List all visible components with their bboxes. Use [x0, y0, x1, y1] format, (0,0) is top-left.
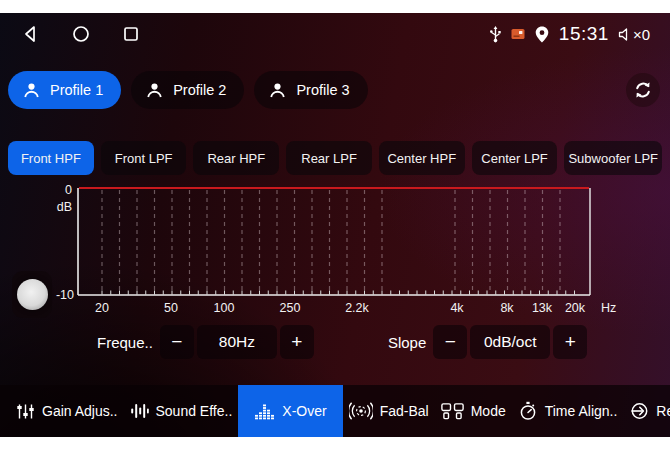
- x-tick-label: 20k: [565, 301, 586, 315]
- crossover-controls: Freque.. − 80Hz + Slope − 0dB/oct +: [0, 325, 670, 359]
- x-tick-label: 20: [95, 301, 109, 315]
- nav-item-time-align[interactable]: Time Align..: [512, 385, 624, 437]
- frequency-control: Freque.. − 80Hz +: [97, 325, 314, 359]
- frequency-increase-button[interactable]: +: [280, 325, 314, 359]
- y-tick-bottom: -10: [56, 288, 74, 302]
- x-tick-label: 4k: [450, 301, 464, 315]
- recents-button[interactable]: [120, 23, 142, 45]
- filter-tab-front-lpf[interactable]: Front LPF: [101, 141, 187, 175]
- gain-adjust-icon: [16, 403, 35, 420]
- knob-circle-icon: [17, 279, 48, 310]
- slope-decrease-button[interactable]: −: [433, 325, 467, 359]
- profile-tab-3[interactable]: Profile 3: [254, 71, 367, 109]
- xover-icon: [254, 402, 275, 420]
- axis-ticks: [102, 291, 575, 295]
- android-nav-cluster: [20, 23, 142, 45]
- x-tick-label: 8k: [500, 301, 514, 315]
- volume-level: ×0: [633, 26, 650, 43]
- back-icon: [21, 24, 41, 44]
- filter-tab-rear-hpf[interactable]: Rear HPF: [193, 141, 279, 175]
- gridlines: [102, 190, 560, 293]
- x-tick-label: 50: [164, 301, 178, 315]
- profile-tab-1[interactable]: Profile 1: [8, 71, 121, 109]
- nav-item-mode[interactable]: Mode: [435, 385, 512, 437]
- nav-item-fad-bal[interactable]: Fad-Bal: [343, 385, 435, 437]
- clock: 15:31: [559, 23, 609, 45]
- profile-icon: [22, 81, 41, 100]
- nav-item-label: Gain Adjus..: [42, 403, 118, 419]
- profile-tabs: Profile 1Profile 2Profile 3: [8, 71, 662, 109]
- nav-item-label: Mode: [471, 403, 506, 419]
- slope-control: Slope − 0dB/oct +: [388, 325, 587, 359]
- nav-item-x-over[interactable]: X-Over: [238, 385, 342, 437]
- filter-tab-center-lpf[interactable]: Center LPF: [472, 141, 558, 175]
- location-icon: [534, 25, 550, 44]
- volume-knob-overlay[interactable]: [12, 271, 52, 318]
- return-icon: [629, 401, 649, 421]
- profile-label: Profile 3: [296, 82, 349, 98]
- mute-icon: [618, 27, 632, 42]
- slope-value: 0dB/oct: [470, 325, 550, 359]
- usb-icon: [489, 25, 502, 44]
- profile-label: Profile 1: [50, 82, 103, 98]
- slope-label: Slope: [388, 334, 426, 351]
- sync-icon: [632, 79, 654, 101]
- profile-icon: [268, 81, 287, 100]
- home-button[interactable]: [70, 23, 92, 45]
- nav-item-label: Sound Effe..: [156, 403, 233, 419]
- y-axis-unit: dB: [57, 200, 72, 214]
- frequency-label: Freque..: [97, 334, 153, 351]
- frequency-value: 80Hz: [197, 325, 277, 359]
- time-align-icon: [518, 401, 538, 421]
- nav-item-gain-adjus[interactable]: Gain Adjus..: [10, 385, 124, 437]
- graph-canvas: 0 dB -10 20501002502.2k4k8k13k20k Hz: [0, 180, 670, 320]
- nav-item-return[interactable]: Return: [623, 385, 670, 437]
- head-unit-display: 15:31 ×0 Profile 1Profile 2Profile 3 Fro…: [0, 13, 670, 437]
- x-tick-label: 13k: [532, 301, 553, 315]
- fad-bal-icon: [349, 401, 373, 421]
- x-tick-label: 250: [280, 301, 301, 315]
- volume-indicator[interactable]: ×0: [618, 26, 650, 43]
- recents-icon: [121, 24, 141, 44]
- y-tick-top: 0: [65, 183, 72, 197]
- sound-effects-icon: [130, 402, 149, 420]
- nav-item-sound-effe[interactable]: Sound Effe..: [124, 385, 239, 437]
- nav-item-label: Fad-Bal: [380, 403, 429, 419]
- profile-icon: [145, 81, 164, 100]
- x-tick-label: 2.2k: [345, 301, 369, 315]
- back-button[interactable]: [20, 23, 42, 45]
- nav-item-label: Return: [656, 403, 670, 419]
- screenshot-frame: 15:31 ×0 Profile 1Profile 2Profile 3 Fro…: [0, 0, 670, 453]
- frequency-response-graph: 0 dB -10 20501002502.2k4k8k13k20k Hz: [0, 180, 670, 320]
- x-tick-label: 100: [214, 301, 235, 315]
- crossover-filter-tabs: Front HPFFront LPFRear HPFRear LPFCenter…: [8, 141, 662, 175]
- x-axis-unit: Hz: [601, 301, 616, 315]
- nav-item-label: X-Over: [282, 403, 326, 419]
- filter-tab-front-hpf[interactable]: Front HPF: [8, 141, 94, 175]
- frequency-decrease-button[interactable]: −: [160, 325, 194, 359]
- x-tick-labels: 20501002502.2k4k8k13k20k: [95, 301, 586, 315]
- mode-icon: [441, 403, 464, 420]
- home-icon: [71, 24, 91, 44]
- filter-tab-subwoofer-lpf[interactable]: Subwoofer LPF: [564, 141, 662, 175]
- status-icons-cluster: 15:31 ×0: [489, 23, 650, 45]
- sd-card-icon: [511, 28, 525, 40]
- profile-tab-2[interactable]: Profile 2: [131, 71, 244, 109]
- profile-label: Profile 2: [173, 82, 226, 98]
- sync-profiles-button[interactable]: [626, 73, 660, 107]
- bottom-nav-bar: Gain Adjus..Sound Effe..X-OverFad-BalMod…: [0, 385, 670, 437]
- filter-tab-rear-lpf[interactable]: Rear LPF: [286, 141, 372, 175]
- status-bar: 15:31 ×0: [0, 13, 670, 55]
- nav-item-label: Time Align..: [545, 403, 618, 419]
- slope-increase-button[interactable]: +: [553, 325, 587, 359]
- filter-tab-center-hpf[interactable]: Center HPF: [379, 141, 465, 175]
